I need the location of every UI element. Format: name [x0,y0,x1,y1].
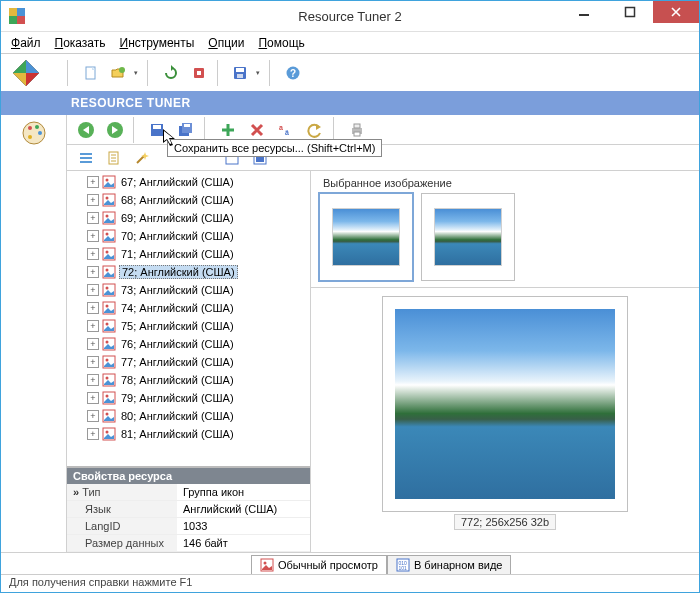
tree-row[interactable]: +77; Английский (США) [71,353,310,371]
set-lang-button[interactable]: aä [273,118,299,142]
panes: +67; Английский (США)+68; Английский (СШ… [67,171,699,552]
toolbar-divider [133,117,139,143]
tree-expand-icon[interactable]: + [87,176,99,188]
menu-view[interactable]: Показать [49,34,112,52]
tree-expand-icon[interactable]: + [87,302,99,314]
thumbnail-area: Выбранное изображение [311,171,699,288]
svg-rect-31 [153,125,161,129]
tree-row[interactable]: +78; Английский (США) [71,371,310,389]
tree-row[interactable]: +76; Английский (США) [71,335,310,353]
tree-row[interactable]: +68; Английский (США) [71,191,310,209]
menu-help[interactable]: Помощь [252,34,310,52]
nav-forward-button[interactable] [102,118,128,142]
tree-row[interactable]: +81; Английский (США) [71,425,310,443]
save-resource-button[interactable] [144,118,170,142]
tree-row[interactable]: +74; Английский (США) [71,299,310,317]
large-preview[interactable]: 772; 256x256 32b [311,288,699,552]
menu-tools[interactable]: Инструменты [114,34,201,52]
maximize-button[interactable] [607,1,653,23]
icon-resource-icon [102,175,116,189]
svg-marker-37 [316,124,321,130]
tree-expand-icon[interactable]: + [87,392,99,404]
tree-expand-icon[interactable]: + [87,410,99,422]
tab-label: В бинарном виде [414,559,502,571]
tree-pane: +67; Английский (США)+68; Английский (СШ… [67,171,311,552]
stop-button[interactable] [187,61,211,85]
tree-item-label: 69; Английский (США) [119,212,236,224]
svg-point-23 [35,125,39,129]
nav-back-button[interactable] [73,118,99,142]
tree-item-label: 72; Английский (США) [119,265,238,279]
action-wand-icon[interactable] [129,146,155,170]
delete-resource-button[interactable] [244,118,270,142]
tree-expand-icon[interactable]: + [87,356,99,368]
tree-item-label: 76; Английский (США) [119,338,236,350]
tree-expand-icon[interactable]: + [87,266,99,278]
undo-button[interactable] [302,118,328,142]
svg-rect-15 [197,71,201,75]
svg-point-82 [264,562,267,565]
menu-options[interactable]: Опции [202,34,250,52]
tree-expand-icon[interactable]: + [87,212,99,224]
icon-resource-icon [102,319,116,333]
action-doc-icon[interactable] [101,146,127,170]
close-button[interactable] [653,1,699,23]
tree-expand-icon[interactable]: + [87,248,99,260]
tree-expand-icon[interactable]: + [87,338,99,350]
svg-rect-4 [579,14,589,16]
tab-binary-view[interactable]: 010101 В бинарном виде [387,555,511,574]
tree-expand-icon[interactable]: + [87,194,99,206]
save-all-resources-button[interactable] [173,118,199,142]
tree-row[interactable]: +75; Английский (США) [71,317,310,335]
image-icon [260,558,274,572]
tree-item-label: 68; Английский (США) [119,194,236,206]
open-file-button[interactable] [107,61,141,85]
prop-value: Группа икон [177,484,310,501]
tree-expand-icon[interactable]: + [87,374,99,386]
add-resource-button[interactable] [215,118,241,142]
tree-row[interactable]: +71; Английский (США) [71,245,310,263]
svg-rect-0 [9,8,17,16]
tab-label: Обычный просмотр [278,559,378,571]
tree-item-label: 74; Английский (США) [119,302,236,314]
tree-expand-icon[interactable]: + [87,428,99,440]
prop-key: Язык [67,501,177,518]
main-toolbar: ? [1,53,699,91]
tree-toolbar [67,145,699,171]
action-list-icon[interactable] [73,146,99,170]
print-button[interactable] [344,118,370,142]
tree-row[interactable]: +69; Английский (США) [71,209,310,227]
tree-expand-icon[interactable]: + [87,284,99,296]
tab-normal-view[interactable]: Обычный просмотр [251,555,387,574]
svg-text:a: a [279,124,283,131]
minimize-button[interactable] [561,1,607,23]
tree-row[interactable]: +72; Английский (США) [71,263,310,281]
tree-expand-icon[interactable]: + [87,230,99,242]
icon-resource-icon [102,337,116,351]
secondary-toolbar: aä Сохранить все ресурсы... (Shift+Ctrl+… [67,115,699,145]
help-button[interactable]: ? [281,61,305,85]
refresh-button[interactable] [159,61,183,85]
tree-row[interactable]: +70; Английский (США) [71,227,310,245]
thumbnail[interactable] [319,193,413,281]
tree-row[interactable]: +67; Английский (США) [71,173,310,191]
thumbnail[interactable] [421,193,515,281]
tree-row[interactable]: +80; Английский (США) [71,407,310,425]
tree-row[interactable]: +73; Английский (США) [71,281,310,299]
icon-resource-icon [102,211,116,225]
svg-marker-13 [171,65,174,71]
resource-tree[interactable]: +67; Английский (США)+68; Английский (СШ… [67,171,310,466]
tree-row[interactable]: +79; Английский (США) [71,389,310,407]
menu-file[interactable]: Файл [5,34,47,52]
palette-icon[interactable] [20,119,48,147]
save-button[interactable] [229,61,263,85]
prop-value: 146 байт [177,535,310,552]
svg-rect-5 [626,8,635,17]
toolbar-divider [217,60,223,86]
new-file-button[interactable] [79,61,103,85]
toolbar-divider [147,60,153,86]
prop-key: LangID [67,518,177,535]
svg-marker-10 [13,60,26,73]
prop-value: 1033 [177,518,310,535]
tree-expand-icon[interactable]: + [87,320,99,332]
